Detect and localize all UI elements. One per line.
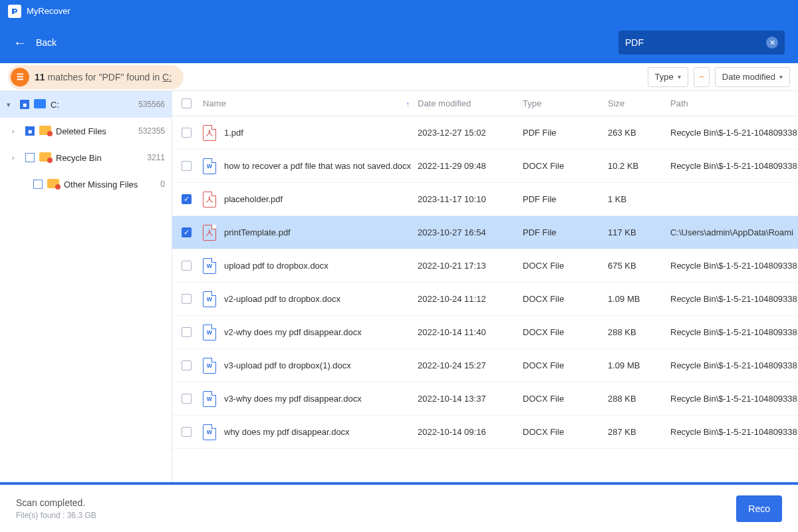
sidebar: ▾■C:535566›■Deleted Files532355›Recycle … (0, 91, 172, 482)
pdf-file-icon: 人 (203, 225, 216, 241)
header-checkbox[interactable] (172, 98, 200, 108)
sidebar-item-count: 535566 (138, 100, 165, 109)
row-checkbox[interactable] (182, 360, 192, 370)
cell-size: 1 KB (608, 194, 670, 204)
row-checkbox[interactable] (182, 261, 192, 271)
cell-date: 2022-10-24 11:12 (418, 294, 523, 304)
cell-path: Recycle Bin\$-1-5-21-104809338 (670, 427, 798, 437)
cell-date: 2022-10-14 13:37 (418, 394, 523, 404)
file-grid: Name ↑ Date modified Type Size Path 人1.p… (172, 91, 798, 482)
cell-name: wwhy does my pdf disappear.docx (200, 424, 418, 440)
row-checkbox[interactable] (182, 427, 192, 437)
expand-icon[interactable]: ▾ (7, 100, 16, 109)
app-logo-icon (8, 5, 21, 18)
row-checkbox[interactable] (182, 128, 192, 138)
sidebar-item[interactable]: ›Recycle Bin3211 (0, 144, 172, 171)
cell-size: 1.09 MB (608, 294, 670, 304)
back-button[interactable]: ← Back (13, 35, 57, 51)
folder-icon (47, 179, 60, 190)
cell-type: PDF File (523, 128, 608, 138)
column-date[interactable]: Date modified (418, 98, 523, 108)
checkbox[interactable]: ■ (20, 100, 29, 109)
sidebar-item[interactable]: ▾■C:535566 (0, 91, 172, 118)
file-row[interactable]: wv3-upload pdf to dropbox(1).docx2022-10… (172, 349, 798, 382)
clear-search-icon[interactable]: ✕ (766, 37, 778, 49)
sidebar-item[interactable]: Other Missing Files0 (0, 171, 172, 198)
cell-date: 2022-10-24 15:27 (418, 360, 523, 370)
cell-path: Recycle Bin\$-1-5-21-104809338 (670, 261, 798, 271)
expand-icon[interactable]: › (12, 127, 21, 135)
matches-pill: ☰ 11 matches for "PDF" found in C: (8, 65, 184, 89)
cell-path: Recycle Bin\$-1-5-21-104809338 (670, 128, 798, 138)
column-size[interactable]: Size (608, 98, 670, 108)
file-row[interactable]: wupload pdf to dropbox.docx2022-10-21 17… (172, 249, 798, 283)
cell-type: PDF File (523, 227, 608, 237)
row-checkbox[interactable] (182, 294, 192, 304)
filter-date-dropdown[interactable]: Date modified▾ (715, 67, 790, 87)
column-path[interactable]: Path (670, 98, 798, 108)
cell-path: Recycle Bin\$-1-5-21-104809338 (670, 327, 798, 337)
row-checkbox[interactable] (182, 161, 192, 171)
file-row[interactable]: wv3-why does my pdf disappear.docx2022-1… (172, 382, 798, 416)
column-name[interactable]: Name ↑ (200, 98, 418, 108)
cell-path: Recycle Bin\$-1-5-21-104809338 (670, 394, 798, 404)
cell-date: 2022-10-21 17:13 (418, 261, 523, 271)
list-icon: ☰ (11, 68, 29, 86)
sidebar-item-label: Recycle Bin (56, 153, 147, 163)
docx-file-icon: w (203, 291, 216, 307)
cell-path: Recycle Bin\$-1-5-21-104809338 (670, 161, 798, 171)
pdf-file-icon: 人 (203, 125, 216, 141)
file-row[interactable]: wv2-upload pdf to dropbox.docx2022-10-24… (172, 283, 798, 316)
match-drive-link[interactable]: C: (162, 72, 172, 82)
chevron-down-icon: ▾ (779, 73, 783, 80)
sidebar-item-count: 3211 (147, 153, 165, 162)
cell-name: wv2-why does my pdf disappear.docx (200, 325, 418, 340)
docx-file-icon: w (203, 158, 216, 174)
match-count: 11 (35, 72, 45, 82)
expand-icon[interactable]: › (12, 154, 21, 162)
footer: Scan completed. File(s) found : 36.3 GB … (0, 485, 798, 532)
file-row[interactable]: 人1.pdf2023-12-27 15:02PDF File263 KBRecy… (172, 116, 798, 150)
file-row[interactable]: ✓人printTemplate.pdf2023-10-27 16:54PDF F… (172, 216, 798, 249)
docx-file-icon: w (203, 358, 216, 374)
row-checkbox[interactable] (182, 394, 192, 404)
cell-size: 117 KB (608, 227, 670, 237)
toolbar: ☰ 11 matches for "PDF" found in C: Type▾… (0, 63, 798, 91)
drive-icon (33, 99, 47, 110)
filter-group: Type▾ − Date modified▾ (648, 67, 790, 87)
file-row[interactable]: whow to recover a pdf file that was not … (172, 150, 798, 183)
scan-summary: File(s) found : 36.3 GB (16, 511, 96, 520)
sidebar-item-count: 0 (160, 180, 165, 189)
row-checkbox[interactable]: ✓ (182, 194, 192, 204)
cell-type: DOCX File (523, 327, 608, 337)
filter-type-dropdown[interactable]: Type▾ (648, 67, 688, 87)
file-row[interactable]: wwhy does my pdf disappear.docx2022-10-1… (172, 416, 798, 449)
cell-size: 10.2 KB (608, 161, 670, 171)
checkbox[interactable] (33, 180, 43, 189)
back-label: Back (36, 37, 57, 48)
search-field[interactable]: ✕ (618, 31, 785, 55)
cell-date: 2022-10-14 09:16 (418, 427, 523, 437)
cell-name: whow to recover a pdf file that was not … (200, 158, 418, 174)
file-row[interactable]: wv2-why does my pdf disappear.docx2022-1… (172, 316, 798, 349)
cell-date: 2022-11-29 09:48 (418, 161, 523, 171)
checkbox[interactable]: ■ (25, 126, 35, 136)
sidebar-item-label: Deleted Files (56, 126, 138, 136)
docx-file-icon: w (203, 258, 216, 274)
search-input[interactable] (625, 37, 766, 48)
file-row[interactable]: ✓人placeholder.pdf2023-11-17 10:10PDF Fil… (172, 183, 798, 216)
row-checkbox[interactable] (182, 327, 192, 337)
recover-button[interactable]: Reco (736, 495, 782, 522)
filter-clear-button[interactable]: − (694, 67, 710, 87)
cell-size: 288 KB (608, 394, 670, 404)
checkbox[interactable] (25, 153, 35, 162)
cell-date: 2023-10-27 16:54 (418, 227, 523, 237)
cell-date: 2023-12-27 15:02 (418, 128, 523, 138)
sidebar-item-count: 532355 (138, 126, 165, 136)
column-type[interactable]: Type (523, 98, 608, 108)
sidebar-item[interactable]: ›■Deleted Files532355 (0, 118, 172, 144)
row-checkbox[interactable]: ✓ (182, 227, 192, 237)
folder-icon (39, 126, 52, 137)
sort-asc-icon: ↑ (406, 100, 418, 108)
cell-type: DOCX File (523, 261, 608, 271)
